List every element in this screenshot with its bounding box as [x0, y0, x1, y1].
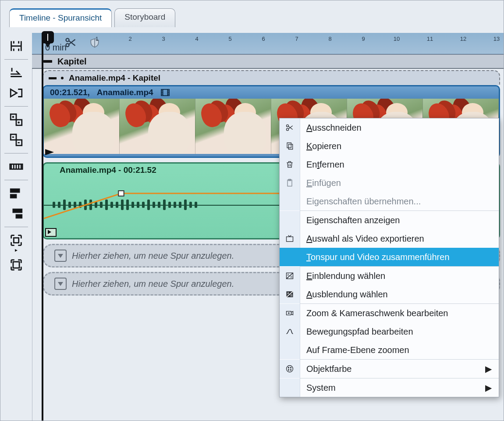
svg-rect-16	[287, 143, 291, 148]
thumbnail	[44, 99, 120, 154]
menu-label: Kopieren	[300, 141, 341, 151]
svg-text:B: B	[291, 275, 293, 278]
left-toolbar: ▸	[0, 33, 32, 421]
ruler-zero-label: 0 min	[45, 43, 67, 53]
menu-fade-in[interactable]: AB Einblendung wählen	[280, 267, 499, 285]
menu-paste: Einfügen	[280, 174, 499, 192]
toolbar-separator	[4, 227, 28, 227]
submenu-arrow-icon: ▶	[485, 364, 492, 374]
video-clip-header: 00:21.521, Anamalie.mp4	[44, 86, 499, 99]
camera-pan-icon	[285, 309, 294, 318]
svg-point-29	[288, 367, 289, 368]
svg-rect-5	[11, 189, 19, 192]
tool-remove-track-icon[interactable]	[7, 131, 25, 149]
svg-rect-17	[289, 144, 293, 150]
menu-show-properties[interactable]: Eigenschaften anzeigen	[280, 211, 499, 229]
menu-zoom-frame[interactable]: Auf Frame-Ebene zoomen	[280, 341, 499, 359]
tool-align-left-icon[interactable]	[7, 185, 25, 202]
marker-dot-icon	[61, 77, 64, 79]
menu-label: Entfernen	[300, 160, 344, 170]
chapter-clip-label: Anamalie.mp4 - Kapitel	[69, 73, 160, 83]
playhead-line[interactable]	[42, 33, 43, 421]
collapse-icon[interactable]	[49, 77, 57, 79]
tick: 1	[80, 36, 114, 42]
svg-rect-13	[118, 191, 124, 196]
expand-indicator-icon: ▸	[15, 248, 18, 252]
tick: 6	[247, 36, 280, 42]
drop-hint: Hierher ziehen, um neue Spur anzulegen.	[72, 279, 234, 289]
cut-icon	[285, 123, 294, 132]
tool-add-track-icon[interactable]	[7, 111, 25, 128]
tick: 12	[447, 36, 480, 42]
svg-point-28	[287, 366, 293, 372]
drop-arrow-icon	[54, 250, 67, 262]
tool-filmstrip-icon[interactable]	[7, 158, 25, 175]
menu-label: Ausblendung wählen	[300, 289, 388, 300]
fade-out-icon: AB	[285, 290, 294, 299]
menu-motion-path[interactable]: Bewegungspfad bearbeiten	[280, 322, 499, 341]
menu-system[interactable]: System ▶	[280, 378, 499, 397]
tab-timeline[interactable]: Timeline - Spuransicht	[9, 8, 112, 27]
chapter-track-header[interactable]: Kapitel	[32, 54, 504, 69]
svg-point-32	[291, 370, 291, 371]
menu-merge-audio-video[interactable]: Tonspur und Video zusammenführen	[280, 248, 499, 266]
tool-align-right-icon[interactable]	[7, 205, 25, 222]
context-menu: Ausschneiden Kopieren Entfernen Einfügen…	[279, 118, 499, 397]
menu-object-color[interactable]: Objektfarbe ▶	[280, 360, 499, 378]
fade-in-handle-icon[interactable]	[45, 228, 57, 237]
menu-label: Auf Frame-Ebene zoomen	[300, 345, 409, 355]
menu-label: Eigenschaften anzeigen	[300, 215, 400, 225]
drop-arrow-icon	[54, 278, 67, 290]
menu-cut[interactable]: Ausschneiden	[280, 118, 499, 137]
menu-copy[interactable]: Kopieren	[280, 137, 499, 155]
menu-export-video[interactable]: Auswahl als Video exportieren	[280, 229, 499, 248]
svg-rect-8	[16, 215, 22, 218]
chapter-title: Kapitel	[57, 57, 87, 67]
fade-in-icon: AB	[285, 271, 294, 280]
scissors-icon[interactable]	[64, 36, 77, 50]
svg-rect-9	[13, 262, 19, 268]
video-timecode: 00:21.521,	[50, 88, 90, 97]
menu-zoom-pan[interactable]: Zoom & Kameraschwenk bearbeiten	[280, 304, 499, 322]
path-icon	[285, 327, 294, 336]
playhead[interactable]	[42, 31, 54, 43]
collapse-icon[interactable]	[43, 60, 52, 63]
timeline-tabs: Timeline - Spuransicht Storyboard	[9, 8, 175, 27]
menu-fade-out[interactable]: AB Ausblendung wählen	[280, 285, 499, 303]
menu-label: Tonspur und Video zusammenführen	[300, 252, 450, 262]
palette-icon	[285, 364, 294, 373]
chapter-clip[interactable]: Anamalie.mp4 - Kapitel	[43, 70, 500, 85]
tick: 2	[114, 36, 147, 42]
trash-icon	[285, 160, 294, 169]
ruler-ticks: 1 2 3 4 5 6 7 8 9 10 11 12 13 14	[80, 36, 504, 42]
tick: 11	[413, 36, 447, 42]
thumbnail	[195, 99, 271, 154]
svg-point-30	[291, 367, 291, 368]
menu-label: Auswahl als Video exportieren	[300, 234, 424, 244]
tick: 8	[313, 36, 347, 42]
svg-text:A: A	[287, 273, 289, 276]
tick: 13	[480, 36, 504, 42]
tool-crop-free-icon[interactable]	[7, 256, 25, 274]
svg-rect-7	[13, 209, 22, 212]
menu-remove[interactable]: Entfernen	[280, 155, 499, 174]
menu-adopt-properties: Eigenschaften übernehmen...	[280, 192, 499, 210]
menu-label: Objektfarbe	[300, 364, 351, 374]
tick: 10	[380, 36, 413, 42]
video-filename: Anamalie.mp4	[97, 88, 153, 97]
tick: 4	[180, 36, 213, 42]
drop-hint: Hierher ziehen, um neue Spur anzulegen.	[72, 251, 234, 261]
tool-trim-start-icon[interactable]	[7, 64, 25, 82]
tv-icon	[285, 234, 294, 243]
menu-label: Ausschneiden	[300, 123, 362, 133]
time-ruler[interactable]: 0 min 1 2 3 4 5 6 7 8 9 10 11 12 13 14	[32, 33, 504, 54]
tool-split-icon[interactable]	[7, 37, 25, 55]
tool-trim-play-icon[interactable]	[7, 84, 25, 102]
svg-rect-6	[11, 195, 16, 198]
submenu-arrow-icon: ▶	[485, 382, 492, 393]
toolbar-separator	[4, 180, 28, 180]
menu-label: Zoom & Kameraschwenk bearbeiten	[300, 308, 448, 318]
film-icon	[160, 89, 170, 96]
tool-crop-fit-icon[interactable]: ▸	[7, 232, 25, 253]
tab-storyboard[interactable]: Storyboard	[114, 8, 175, 27]
